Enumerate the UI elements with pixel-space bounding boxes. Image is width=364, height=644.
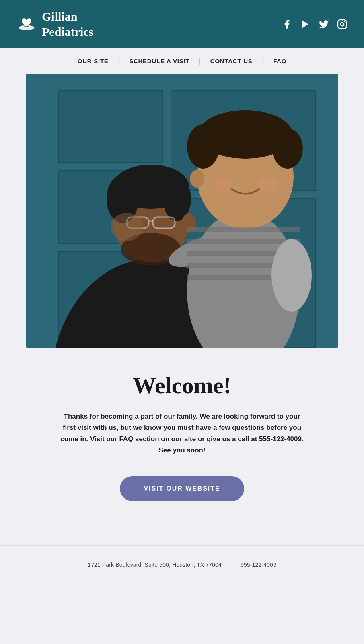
- svg-rect-5: [58, 90, 163, 163]
- social-icons-group: [281, 19, 348, 30]
- visit-website-button[interactable]: VISIT OUR WEBSITE: [120, 476, 245, 501]
- svg-point-30: [257, 178, 278, 192]
- svg-point-2: [341, 22, 344, 26]
- svg-rect-1: [338, 20, 347, 29]
- welcome-body: Thanks for becoming a part of our family…: [58, 411, 307, 456]
- svg-rect-32: [187, 227, 300, 232]
- svg-point-3: [344, 21, 345, 22]
- svg-point-21: [111, 213, 143, 241]
- facebook-icon[interactable]: [281, 19, 292, 30]
- nav-item-our-site[interactable]: OUR SITE: [68, 58, 118, 64]
- svg-marker-0: [302, 20, 308, 28]
- logo-text: Gillian Pediatrics: [42, 9, 93, 39]
- nav-item-faq[interactable]: FAQ: [263, 58, 296, 64]
- logo-icon: [16, 14, 37, 34]
- logo-area: Gillian Pediatrics: [16, 9, 93, 39]
- svg-point-28: [272, 128, 303, 169]
- nav-item-schedule[interactable]: SCHEDULE A VISIT: [119, 58, 199, 64]
- nav-item-contact[interactable]: CONTACT US: [201, 58, 262, 64]
- instagram-icon[interactable]: [337, 19, 348, 30]
- content-section: Welcome! Thanks for becoming a part of o…: [0, 348, 364, 521]
- footer-phone: 555-122-4009: [241, 561, 276, 568]
- youtube-icon[interactable]: [300, 19, 311, 30]
- svg-point-27: [187, 124, 219, 169]
- footer-divider: |: [230, 561, 232, 568]
- footer: 1721 Park Boulevard, Suite 500, Houston,…: [0, 545, 364, 584]
- welcome-title: Welcome!: [32, 372, 332, 399]
- hero-image: [26, 74, 338, 348]
- twitter-icon[interactable]: [318, 19, 329, 30]
- svg-point-37: [271, 239, 312, 312]
- header: Gillian Pediatrics: [0, 0, 364, 48]
- svg-point-31: [190, 170, 204, 188]
- svg-point-29: [213, 178, 233, 192]
- footer-address: 1721 Park Boulevard, Suite 500, Houston,…: [88, 561, 222, 568]
- navigation: OUR SITE | SCHEDULE A VISIT | CONTACT US…: [0, 48, 364, 74]
- hero-image-container: [0, 74, 364, 348]
